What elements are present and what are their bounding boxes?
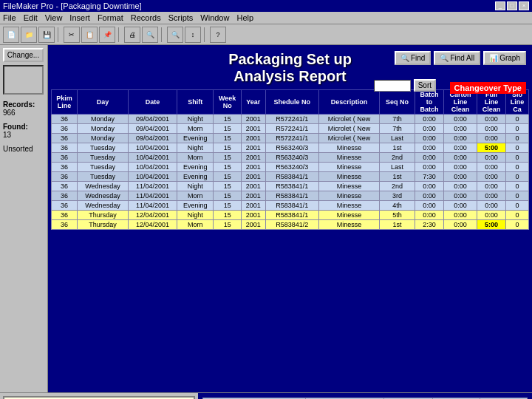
table-cell: Evening [177, 163, 213, 172]
table-cell: 0:00 [477, 211, 506, 220]
table-cell: 0:00 [477, 191, 506, 201]
help-icon[interactable]: ? [210, 27, 226, 43]
table-cell: 10/04/2001 [129, 143, 177, 153]
table-cell: 36 [52, 182, 78, 191]
menu-insert[interactable]: Insert [69, 13, 90, 22]
table-cell: 2nd [380, 182, 415, 191]
table-cell: Morn [177, 153, 213, 163]
table-cell: Wednesday [77, 191, 128, 201]
table-cell: 09/04/2001 [129, 134, 177, 143]
table-row: 36Wednesday11/04/2001Morn152001R583841/1… [52, 191, 529, 201]
graph-button[interactable]: 📊 Graph [483, 51, 526, 65]
table-cell: 15 [214, 124, 241, 134]
report-title-line2: Analysis Report [233, 68, 346, 84]
table-cell: Minesse [318, 211, 379, 220]
open-button[interactable]: 📁 [21, 27, 37, 43]
table-cell: Night [177, 115, 213, 124]
table-cell: 36 [52, 124, 78, 134]
table-cell: R583841/1 [265, 211, 318, 220]
menu-file[interactable]: File [3, 13, 16, 22]
records-value: 966 [3, 109, 16, 117]
table-cell: 36 [52, 191, 78, 201]
table-cell: 12/04/2001 [129, 220, 177, 230]
col-shift: Shift [177, 90, 213, 115]
table-cell: 7th [380, 115, 415, 124]
table-cell: Monday [77, 115, 128, 124]
save-button[interactable]: 💾 [38, 27, 55, 43]
minimize-button[interactable]: _ [495, 1, 505, 10]
col-pkim: PkimLine [52, 90, 78, 115]
print-button[interactable]: 🖨 [124, 27, 140, 43]
find-all-label: Find All [450, 54, 474, 62]
table-cell: 7:30 [415, 172, 444, 182]
table-cell: 2001 [241, 172, 265, 182]
table-cell: Thursday [77, 211, 128, 220]
table-cell: 10/04/2001 [129, 163, 177, 172]
binoculars-icon: 🔍 [400, 54, 409, 62]
table-cell: R563240/3 [265, 143, 318, 153]
menu-edit[interactable]: Edit [24, 13, 38, 22]
col-date: Date [129, 90, 177, 115]
table-cell: Minesse [318, 163, 379, 172]
new-button[interactable]: 📄 [3, 27, 19, 43]
table-cell: 15 [214, 143, 241, 153]
table-cell: 2001 [241, 220, 265, 230]
table-cell: Night [177, 143, 213, 153]
table-cell: R563240/3 [265, 153, 318, 163]
table-cell: 0:00 [415, 134, 444, 143]
window-controls[interactable]: _ □ × [495, 1, 529, 10]
menu-window[interactable]: Window [200, 13, 229, 22]
table-cell: 2001 [241, 201, 265, 211]
table-cell: 3rd [380, 191, 415, 201]
changeover-type-label: Changeover Type [450, 82, 527, 94]
sort-input[interactable] [374, 80, 411, 92]
close-button[interactable]: × [519, 1, 529, 10]
cut-button[interactable]: ✂ [64, 27, 80, 43]
sort-apply-button[interactable]: Sort [414, 79, 436, 92]
table-cell: 0:00 [477, 172, 506, 182]
find-button[interactable]: 🔍 Find [395, 51, 431, 65]
table-container: PkimLine Day Date Shift WeekNo Year Shed… [48, 88, 532, 392]
table-cell: 0:00 [415, 191, 444, 201]
table-cell: 0:00 [444, 191, 477, 201]
report-title-line1: Packaging Set up [228, 51, 352, 67]
binoculars-all-icon: 🔍 [440, 54, 449, 62]
toolbar-separator-4 [204, 27, 207, 42]
menu-help[interactable]: Help [236, 13, 253, 22]
table-cell: 0:00 [444, 220, 477, 230]
table-cell: 0 [505, 153, 528, 163]
menu-records[interactable]: Records [131, 13, 161, 22]
menu-format[interactable]: Format [98, 13, 123, 22]
table-cell: 0:00 [444, 211, 477, 220]
table-cell: 11/04/2001 [129, 201, 177, 211]
find-label: Find [411, 54, 425, 62]
table-cell: 11/04/2001 [129, 191, 177, 201]
table-cell: 2001 [241, 211, 265, 220]
table-cell: 0:00 [444, 124, 477, 134]
menu-scripts[interactable]: Scripts [168, 13, 194, 22]
menu-view[interactable]: View [45, 13, 63, 22]
table-cell: 36 [52, 153, 78, 163]
table-cell: 10/04/2001 [129, 153, 177, 163]
table-cell: 0:00 [477, 163, 506, 172]
find-all-button[interactable]: 🔍 Find All [434, 51, 480, 65]
col-description: Description [318, 90, 379, 115]
menu-bar: File Edit View Insert Format Records Scr… [0, 12, 532, 24]
sort-button[interactable]: ↕ [185, 27, 201, 43]
table-cell: 0:00 [415, 153, 444, 163]
change-button[interactable]: Change... [3, 48, 44, 62]
table-row: 36Thursday12/04/2001Night152001R583841/1… [52, 211, 529, 220]
paste-button[interactable]: 📌 [99, 27, 115, 43]
table-row: 36Tuesday10/04/2001Evening152001R583841/… [52, 172, 529, 182]
table-row: 36Wednesday11/04/2001Night152001R583841/… [52, 182, 529, 191]
layout-switcher[interactable] [3, 65, 44, 95]
table-cell: 0:00 [415, 115, 444, 124]
table-cell: 10/04/2001 [129, 172, 177, 182]
maximize-button[interactable]: □ [507, 1, 517, 10]
table-cell: R563240/3 [265, 163, 318, 172]
table-cell: 2001 [241, 124, 265, 134]
preview-button[interactable]: 🔍 [142, 27, 158, 43]
table-cell: 15 [214, 115, 241, 124]
copy-button[interactable]: 📋 [81, 27, 98, 43]
find-button[interactable]: 🔍 [167, 27, 183, 43]
